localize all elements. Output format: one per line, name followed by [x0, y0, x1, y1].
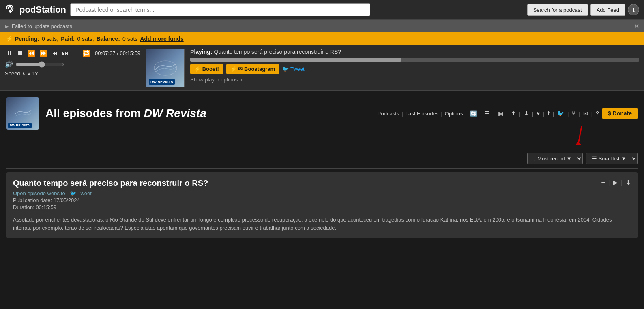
- prev-button[interactable]: ⏮: [50, 49, 59, 58]
- nav-sep9: |: [543, 111, 544, 117]
- episode-description: Assolado por enchentes devastadoras, o R…: [13, 216, 631, 232]
- app-header: podStation Search for a podcast Add Feed…: [0, 0, 644, 20]
- player-tweet-button[interactable]: 🐦 Tweet: [282, 66, 305, 72]
- speed-value: 1x: [32, 70, 38, 77]
- episode-title-block: Quanto tempo será preciso para reconstru…: [13, 179, 208, 211]
- nav-grid-button[interactable]: ▦: [497, 109, 504, 117]
- alert-text: Failed to update podcasts: [12, 23, 72, 29]
- view-mode-select[interactable]: ☰ Small list ▼: [586, 153, 638, 164]
- nav-heart-button[interactable]: ♥: [536, 109, 541, 117]
- balance-value: 0 sats: [122, 36, 137, 42]
- nav-facebook-button[interactable]: f: [547, 109, 550, 117]
- episode-card: Quanto tempo será preciso para reconstru…: [6, 172, 638, 238]
- time-total: 00:15:59: [120, 50, 140, 56]
- search-button[interactable]: Search for a podcast: [527, 4, 588, 16]
- nav-upload-button[interactable]: ⬆: [510, 109, 517, 117]
- episode-add-button[interactable]: +: [601, 179, 605, 186]
- main-content: DW REVISTA All episodes from DW Revista …: [0, 91, 644, 238]
- show-player-options-link[interactable]: Show player options »: [190, 77, 639, 83]
- nav-help-button[interactable]: ?: [595, 109, 600, 117]
- nav-podcasts[interactable]: Podcasts: [378, 111, 399, 117]
- add-feed-button[interactable]: Add Feed: [590, 4, 625, 16]
- add-funds-link[interactable]: Add more funds: [140, 36, 183, 42]
- nav-sep11: |: [567, 111, 569, 117]
- nav-sep13: |: [591, 111, 592, 117]
- player-thumb-art: DW REVISTA: [146, 49, 184, 87]
- nav-twitter-button[interactable]: 🐦: [556, 109, 565, 117]
- title-prefix: All episodes from: [45, 107, 144, 119]
- pause-button[interactable]: ⏸: [5, 49, 14, 58]
- info-button[interactable]: ℹ: [628, 4, 639, 15]
- episode-download-button[interactable]: ⬇: [626, 179, 631, 186]
- arrow-annotation: [6, 130, 638, 153]
- episode-header: Quanto tempo será preciso para reconstru…: [13, 179, 631, 211]
- svg-line-3: [578, 126, 582, 144]
- playlist-button[interactable]: ☰: [71, 49, 79, 58]
- forward-button[interactable]: ⏩: [38, 49, 49, 58]
- sort-order-select[interactable]: ↕ Most recent ▼: [527, 153, 583, 164]
- episode-duration: Duration: 00:15:59: [13, 204, 208, 210]
- boost-button[interactable]: ⚡ Boost!: [190, 64, 223, 74]
- dw-badge: DW REVISTA: [149, 79, 175, 85]
- pending-value: 0 sats,: [42, 36, 58, 42]
- nav-list-button[interactable]: ☰: [484, 109, 491, 117]
- donate-button[interactable]: $ Donate: [602, 108, 638, 119]
- speed-up-button[interactable]: ∧: [22, 71, 26, 77]
- paid-value: 0 sats,: [77, 36, 94, 42]
- alert-bar: ▶ Failed to update podcasts ✕: [0, 20, 644, 32]
- nav-sep10: |: [553, 111, 554, 117]
- progress-bar[interactable]: [190, 58, 639, 62]
- episode-action-sep2: |: [621, 179, 623, 186]
- nav-sep7: |: [519, 111, 520, 117]
- alert-triangle-icon: ▶: [5, 23, 9, 29]
- speed-label: Speed: [5, 70, 20, 77]
- podcast-search-input[interactable]: [70, 3, 370, 16]
- volume-row: 🔊: [5, 60, 140, 68]
- open-website-link[interactable]: Open episode website: [13, 190, 65, 196]
- lightning-bar: ⚡ Pending: 0 sats, Paid: 0 sats, Balance…: [0, 32, 644, 45]
- volume-icon: 🔊: [5, 60, 13, 68]
- meta-dash: -: [67, 190, 68, 196]
- nav-sep8: |: [532, 111, 533, 117]
- balance-label: Balance:: [97, 36, 120, 42]
- nav-email-button[interactable]: ✉: [582, 109, 589, 117]
- bolt-icon: ⚡: [6, 36, 13, 42]
- next-button[interactable]: ⏭: [61, 49, 70, 58]
- red-arrow-svg: [569, 124, 594, 149]
- episode-title: Quanto tempo será preciso para reconstru…: [13, 179, 208, 188]
- nav-last-episodes[interactable]: Last Episodes: [406, 111, 439, 117]
- podcast-dw-badge: DW REVISTA: [8, 123, 32, 128]
- podcast-header-thumbnail: DW REVISTA: [6, 97, 39, 130]
- pending-label: Pending:: [15, 36, 39, 42]
- nav-fork-button[interactable]: ⑂: [571, 109, 576, 117]
- boostagram-button[interactable]: ⚡ ✉ Boostagram: [226, 64, 279, 74]
- player-info: Playing: Quanto tempo será preciso para …: [190, 49, 639, 83]
- loop-button[interactable]: 🔁: [81, 49, 92, 58]
- nav-options[interactable]: Options: [445, 111, 463, 117]
- pub-date-value: 17/05/2024: [54, 197, 80, 203]
- episode-tweet-link[interactable]: 🐦 Tweet: [70, 190, 92, 196]
- podcast-title-section: All episodes from DW Revista: [45, 107, 371, 120]
- svg-marker-4: [575, 141, 582, 145]
- back-button[interactable]: ⏪: [26, 49, 36, 58]
- player-action-buttons: ⚡ Boost! ⚡ ✉ Boostagram 🐦 Tweet: [190, 64, 639, 74]
- nav-refresh-button[interactable]: 🔄: [469, 109, 478, 117]
- speed-row: Speed ∧ ∨ 1x: [5, 70, 140, 77]
- podcast-header: DW REVISTA All episodes from DW Revista …: [6, 97, 638, 130]
- speed-down-button[interactable]: ∨: [27, 71, 31, 77]
- nav-sep12: |: [578, 111, 580, 117]
- nav-sep1: |: [401, 111, 403, 117]
- episode-play-button[interactable]: ▶: [613, 179, 618, 186]
- stop-button[interactable]: ⏹: [15, 49, 24, 58]
- sort-controls: ↕ Most recent ▼ ☰ Small list ▼: [6, 153, 638, 164]
- player-thumbnail: DW REVISTA: [146, 49, 185, 87]
- nav-download-button[interactable]: ⬇: [523, 109, 530, 117]
- episode-meta-links: Open episode website - 🐦 Tweet: [13, 190, 208, 196]
- volume-slider[interactable]: [15, 61, 64, 68]
- alert-close-button[interactable]: ✕: [634, 22, 639, 30]
- time-separator: /: [117, 50, 118, 56]
- playing-episode-title: Quanto tempo será preciso para reconstru…: [214, 49, 341, 55]
- progress-fill: [190, 58, 401, 62]
- logo-icon: [5, 4, 16, 16]
- nav-sep3: |: [466, 111, 467, 117]
